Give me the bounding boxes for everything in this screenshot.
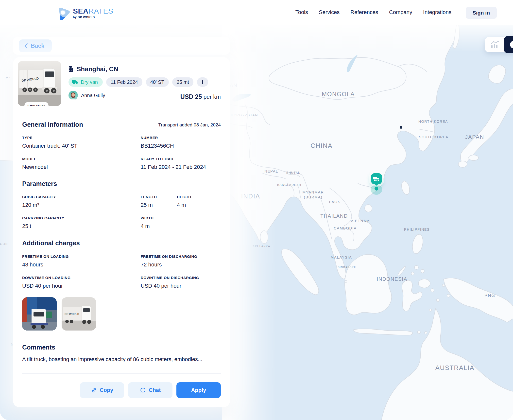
landmass-island <box>436 299 439 302</box>
agent-name: Anna Guliy <box>81 93 105 98</box>
apply-button[interactable]: Apply <box>176 382 221 398</box>
apply-label: Apply <box>191 387 206 393</box>
back-bar: Back <box>13 37 230 55</box>
tag-label: Dry van <box>81 79 98 85</box>
truck-photo[interactable]: DP WORLD ID9871245 <box>18 61 61 106</box>
nav-item-tools[interactable]: Tools <box>295 9 308 16</box>
truck-icon <box>72 80 78 85</box>
avatar-image <box>68 91 78 100</box>
landmass-island <box>429 309 432 311</box>
field-ready-to-load: READY TO LOAD 11 Feb 2024 - 21 Feb 2024 <box>141 157 206 170</box>
field-value: 25 m <box>141 202 157 208</box>
field-label: CARRYING CAPACITY <box>22 216 64 220</box>
chat-icon <box>140 387 146 393</box>
field-cubic-capacity: CUBIC CAPACITY 120 m³ <box>22 195 56 208</box>
field-value: 48 hours <box>22 262 69 268</box>
landmass-luzon <box>411 233 425 255</box>
copy-label: Copy <box>100 387 113 393</box>
price-amount: USD 25 <box>180 93 202 100</box>
field-label: DOWNTIME ON DISCHARGING <box>141 276 199 280</box>
landmass-visayas <box>414 265 418 269</box>
gallery-thumb-2[interactable]: DP WORLD <box>62 297 96 331</box>
nav-item-company[interactable]: Company <box>389 9 412 16</box>
chat-label: Chat <box>149 387 161 393</box>
field-label: WIDTH <box>141 216 154 220</box>
avatar <box>68 91 78 100</box>
logo-text: SEARATES by DP WORLD <box>73 7 113 19</box>
landmass-island <box>442 284 445 287</box>
field-value: 11 Feb 2024 - 21 Feb 2024 <box>141 164 206 170</box>
field-value: USD 40 per hour <box>22 283 71 289</box>
landmass-kyushu <box>458 161 467 167</box>
logo-byline: by DP WORLD <box>73 16 113 19</box>
tag-container-size: 40' ST <box>146 77 169 87</box>
field-label: NUMBER <box>141 136 174 140</box>
chart-icon <box>491 41 499 49</box>
nav-item-references[interactable]: References <box>350 9 378 16</box>
landmass-visayas <box>421 269 424 273</box>
field-value: 4 m <box>141 223 154 229</box>
map-dark-button-icon <box>510 41 513 49</box>
field-value: Container truck, 40' ST <box>22 143 77 149</box>
transport-added: Transport added 08 Jan, 2024 <box>158 122 221 128</box>
field-freetime-loading: FREETIME ON LOADING 48 hours <box>22 254 69 268</box>
landmass-sumatra <box>282 249 319 295</box>
map-marker-point <box>375 187 378 191</box>
landmass-island <box>447 294 450 297</box>
field-label: CUBIC CAPACITY <box>22 195 56 199</box>
divider <box>22 373 221 374</box>
chevron-left-icon <box>24 43 28 49</box>
field-value: 72 hours <box>141 262 197 268</box>
landmass-newguinea <box>444 278 513 322</box>
link-icon <box>91 387 97 393</box>
field-label: FREETIME ON LOADING <box>22 254 69 259</box>
map-dark-button[interactable] <box>504 36 513 53</box>
chat-button[interactable]: Chat <box>128 382 172 398</box>
searates-logo-icon <box>58 7 70 21</box>
landmass-hainan <box>365 205 372 212</box>
field-value: 120 m³ <box>22 202 56 208</box>
photo-brand-text: DP WORLD <box>65 313 79 315</box>
landmass-borneo <box>345 254 392 315</box>
landmass-palawan <box>397 266 406 277</box>
gallery-thumb-1-image <box>22 297 57 331</box>
nav-item-services[interactable]: Services <box>319 9 340 16</box>
logo[interactable]: SEARATES by DP WORLD <box>58 7 113 21</box>
sign-in-button[interactable]: Sign in <box>466 7 497 19</box>
listing-title-row: Shanghai, CN <box>68 65 118 73</box>
map-truck-marker[interactable] <box>371 173 382 184</box>
comment-text: A tilt truck, boasting an impressive cap… <box>22 356 219 363</box>
landmass-island <box>425 332 427 334</box>
gallery-thumb-2-image: DP WORLD <box>62 297 96 331</box>
field-freetime-discharging: FREETIME ON DISCHARGING 72 hours <box>141 254 197 268</box>
nav-item-integrations[interactable]: Integrations <box>423 9 451 16</box>
field-length: LENGTH 25 m <box>141 195 157 208</box>
landmass-island <box>417 331 420 334</box>
header: SEARATES by DP WORLD ToolsServicesRefere… <box>0 0 513 25</box>
map-city-dot <box>400 126 402 129</box>
back-label: Back <box>31 43 44 49</box>
back-button[interactable]: Back <box>19 39 52 52</box>
copy-button[interactable]: Copy <box>80 382 124 398</box>
landmass-java <box>353 329 412 335</box>
field-type: TYPE Container truck, 40' ST <box>22 136 77 149</box>
listing-city: Shanghai, CN <box>77 65 118 73</box>
agent-row: Anna Guliy <box>68 91 105 100</box>
info-icon[interactable]: i <box>197 77 208 87</box>
divider <box>22 339 221 339</box>
landmass-visayas <box>411 272 414 275</box>
listing-id-badge: ID9871245 <box>24 102 49 106</box>
landmass-singapore <box>345 280 347 282</box>
logo-rates: RATES <box>88 7 113 15</box>
field-width: WIDTH 4 m <box>141 216 154 229</box>
landmass-island <box>431 289 434 292</box>
section-comments-heading: Comments <box>22 344 55 351</box>
gallery-thumb-1[interactable] <box>22 297 57 331</box>
landmass-hokkaido <box>489 65 506 84</box>
field-value: 25 t <box>22 223 64 229</box>
landmass-shikoku <box>469 155 479 160</box>
tag-weight: 25 mt <box>172 77 193 87</box>
field-value: BB123456CH <box>141 143 174 149</box>
field-label: DOWNTIME ON LOADING <box>22 276 71 280</box>
main-nav: ToolsServicesReferencesCompanyIntegratio… <box>295 0 451 25</box>
